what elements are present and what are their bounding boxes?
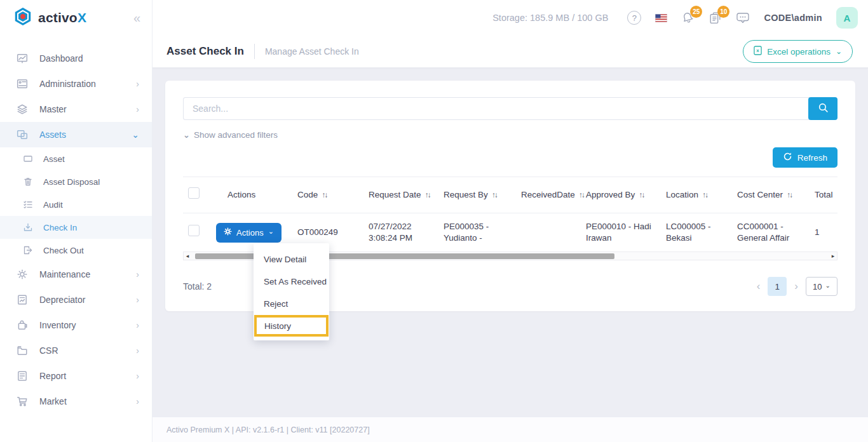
- menu-item-view-detail[interactable]: View Detail: [254, 248, 329, 271]
- sidebar-item-asset[interactable]: Asset: [0, 147, 152, 170]
- chevron-down-icon: ⌄: [132, 130, 139, 140]
- search-button[interactable]: [808, 97, 837, 120]
- asset-icon: [23, 154, 33, 164]
- sort-icon: ↑↓: [702, 191, 707, 199]
- table-header-row: Actions Code↑↓ Request Date↑↓ Request By…: [183, 177, 837, 213]
- sidebar-item-assets[interactable]: Assets ⌄: [0, 122, 152, 147]
- sidebar-item-csr[interactable]: CSR ›: [0, 338, 152, 363]
- page-header: Asset Check In Manage Asset Check In x E…: [153, 36, 868, 68]
- advanced-filters-toggle[interactable]: ⌄ Show advanced filters: [183, 130, 278, 140]
- cell-cost-center: CC000001 - General Affair: [732, 217, 810, 248]
- col-received-date[interactable]: ReceivedDate↑↓: [516, 185, 581, 204]
- sort-icon: ↑↓: [787, 191, 792, 199]
- col-location[interactable]: Location↑↓: [661, 185, 732, 204]
- page-subtitle: Manage Asset Check In: [265, 46, 359, 57]
- chevron-right-icon: ›: [136, 295, 139, 305]
- chevron-right-icon: ›: [136, 320, 139, 330]
- actions-dropdown-menu: View Detail Set As Received Reject Histo…: [254, 243, 329, 340]
- logo: activoX «: [0, 0, 152, 36]
- search-row: [183, 97, 837, 120]
- sidebar-collapse-icon[interactable]: «: [133, 11, 140, 25]
- avatar[interactable]: A: [836, 7, 858, 29]
- sidebar-item-administration[interactable]: Administration ›: [0, 71, 152, 97]
- search-input[interactable]: [183, 97, 810, 120]
- topbar: Storage: 185.9 MB / 100 GB ? 25 10 CODE\…: [153, 0, 868, 36]
- col-request-date[interactable]: Request Date↑↓: [363, 185, 438, 204]
- cell-request-date: 07/27/2022 3:08:24 PM: [363, 217, 438, 248]
- storage-indicator: Storage: 185.9 MB / 100 GB: [492, 13, 608, 23]
- page-title: Asset Check In: [166, 45, 244, 58]
- chevron-right-icon: ›: [136, 345, 139, 356]
- cell-total: 1: [810, 223, 837, 242]
- col-actions: Actions: [211, 185, 292, 204]
- main-area: Storage: 185.9 MB / 100 GB ? 25 10 CODE\…: [153, 0, 868, 442]
- gear-icon: [17, 269, 28, 280]
- col-cost-center[interactable]: Cost Center↑↓: [732, 185, 810, 204]
- sort-icon: ↑↓: [425, 191, 430, 199]
- sort-icon: ↑↓: [639, 191, 644, 199]
- sidebar-item-inventory[interactable]: Inventory ›: [0, 312, 152, 338]
- menu-item-reject[interactable]: Reject: [254, 293, 329, 315]
- logo-hexagon-icon: [13, 6, 33, 29]
- sidebar-item-report[interactable]: Report ›: [0, 363, 152, 389]
- messages-icon[interactable]: 10: [709, 11, 722, 25]
- notifications-badge: 25: [690, 6, 702, 18]
- cell-received-date: [516, 229, 581, 236]
- excel-operations-button[interactable]: x Excel operations ⌄: [743, 40, 853, 63]
- col-approved-by[interactable]: Approved By↑↓: [581, 185, 661, 204]
- chevron-right-icon: ›: [136, 269, 139, 279]
- cell-approved-by: PE000010 - Hadi Irawan: [581, 217, 661, 248]
- col-total: Total: [810, 185, 837, 204]
- excel-file-icon: x: [754, 46, 762, 57]
- chevron-right-icon: ›: [136, 371, 139, 381]
- row-checkbox[interactable]: [188, 225, 200, 236]
- total-count: Total: 2: [183, 281, 212, 291]
- help-icon[interactable]: ?: [627, 11, 641, 25]
- content: ⌄ Show advanced filters Refresh Actions …: [153, 68, 868, 417]
- sidebar-item-maintenance[interactable]: Maintenance ›: [0, 262, 152, 287]
- logo-text: activoX: [38, 10, 86, 25]
- page-size-select[interactable]: 10 ⌄: [806, 277, 837, 296]
- chevron-right-icon: ›: [136, 104, 139, 114]
- notifications-bell-icon[interactable]: 25: [681, 11, 695, 25]
- refresh-button[interactable]: Refresh: [773, 147, 837, 168]
- report-icon: [17, 370, 28, 382]
- row-actions-button[interactable]: Actions ⌄: [216, 223, 281, 243]
- search-icon: [818, 102, 829, 115]
- sidebar-item-master[interactable]: Master ›: [0, 97, 152, 122]
- next-page-icon[interactable]: ›: [793, 280, 799, 293]
- menu-item-set-as-received[interactable]: Set As Received: [254, 271, 329, 293]
- check-in-icon: [23, 222, 33, 232]
- menu-item-history[interactable]: History: [254, 315, 329, 337]
- sort-icon: ↑↓: [322, 191, 327, 199]
- chevron-down-icon: ⌄: [825, 282, 831, 289]
- title-divider: [254, 44, 255, 59]
- check-out-icon: [23, 245, 33, 255]
- cell-location: LC000005 - Bekasi: [661, 217, 732, 248]
- page-number[interactable]: 1: [768, 277, 787, 296]
- sidebar-item-audit[interactable]: Audit: [0, 193, 152, 216]
- refresh-row: Refresh: [183, 147, 837, 168]
- sidebar-item-depreciator[interactable]: Depreciator ›: [0, 287, 152, 312]
- select-all-checkbox[interactable]: [188, 187, 200, 199]
- sidebar-item-check-in[interactable]: Check In: [0, 216, 152, 239]
- username[interactable]: CODE\admin: [764, 13, 822, 23]
- sidebar-item-dashboard[interactable]: Dashboard: [0, 46, 152, 71]
- scroll-left-icon[interactable]: ◂: [184, 253, 191, 259]
- footer: Activo Premium X | API: v2.1.6-r1 | Clie…: [153, 417, 868, 442]
- master-icon: [17, 104, 28, 115]
- sidebar-item-market[interactable]: Market ›: [0, 389, 152, 414]
- prev-page-icon[interactable]: ‹: [756, 280, 762, 293]
- sidebar-item-check-out[interactable]: Check Out: [0, 239, 152, 262]
- language-flag-icon[interactable]: [655, 14, 667, 22]
- inventory-icon: [17, 319, 28, 331]
- checklist-icon: [23, 199, 33, 210]
- chat-icon[interactable]: [736, 11, 750, 24]
- administration-icon: [17, 78, 28, 90]
- chevron-down-icon: ⌄: [268, 227, 274, 236]
- scroll-right-icon[interactable]: ▸: [829, 253, 837, 259]
- col-code[interactable]: Code↑↓: [292, 185, 363, 204]
- col-request-by[interactable]: Request By↑↓: [438, 185, 516, 204]
- sidebar-item-asset-disposal[interactable]: Asset Disposal: [0, 170, 152, 193]
- dashboard-icon: [17, 53, 28, 64]
